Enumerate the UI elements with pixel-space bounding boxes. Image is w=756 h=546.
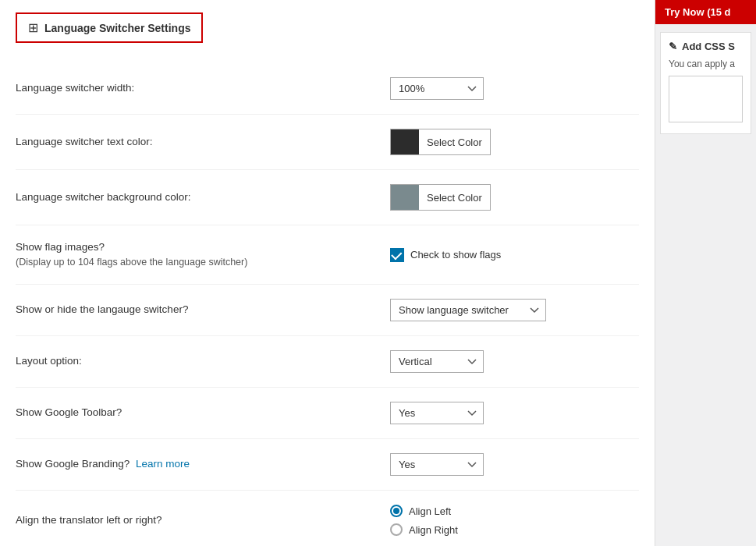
text-color-label: Select Color: [419, 136, 490, 148]
setting-row-width: Language switcher width: 100% 50% 75% Au…: [16, 63, 639, 115]
align-radio-group: Align Left Align Right: [390, 505, 458, 536]
align-left-label: Align Left: [409, 505, 451, 517]
css-textarea[interactable]: [669, 76, 743, 122]
setting-control-align: Align Left Align Right: [390, 505, 639, 536]
setting-control-show-hide: Show language switcher Hide language swi…: [390, 299, 639, 321]
bg-color-swatch: [391, 185, 419, 210]
align-right-radio[interactable]: [390, 523, 403, 536]
setting-row-text-color: Language switcher text color: Select Col…: [16, 115, 639, 170]
setting-row-show-flags: Show flag images? (Display up to 104 fla…: [16, 225, 639, 285]
bg-color-picker[interactable]: Select Color: [390, 184, 491, 211]
text-color-picker[interactable]: Select Color: [390, 129, 491, 155]
google-branding-dropdown[interactable]: Yes No: [390, 453, 484, 476]
setting-label-show-flags: Show flag images? (Display up to 104 fla…: [16, 239, 390, 270]
settings-body: Language switcher width: 100% 50% 75% Au…: [0, 55, 655, 546]
setting-control-bg-color: Select Color: [390, 184, 639, 211]
setting-label-bg-color: Language switcher background color:: [16, 190, 390, 205]
learn-more-link[interactable]: Learn more: [136, 458, 190, 470]
setting-control-show-flags: Check to show flags: [390, 248, 639, 262]
setting-label-text-color: Language switcher text color:: [16, 134, 390, 150]
show-hide-dropdown[interactable]: Show language switcher Hide language swi…: [390, 299, 546, 321]
width-dropdown[interactable]: 100% 50% 75% Auto: [390, 77, 484, 100]
right-sidebar: Try Now (15 d ✎ Add CSS S You can apply …: [655, 0, 756, 546]
setting-row-google-toolbar: Show Google Toolbar? Yes No: [16, 388, 639, 439]
text-color-swatch: [391, 129, 419, 154]
edit-icon: ✎: [669, 41, 677, 52]
try-now-button[interactable]: Try Now (15 d: [655, 0, 756, 24]
align-right-label: Align Right: [409, 524, 458, 536]
settings-header: ⊞ Language Switcher Settings: [16, 12, 203, 43]
align-left-option[interactable]: Align Left: [390, 505, 458, 517]
show-flags-label: Check to show flags: [410, 249, 501, 261]
setting-label-width: Language switcher width:: [16, 80, 390, 96]
setting-label-align: Align the translator left or right?: [16, 512, 390, 528]
setting-label-show-hide: Show or hide the langauge switcher?: [16, 302, 390, 317]
setting-control-google-branding: Yes No: [390, 453, 639, 476]
google-toolbar-dropdown[interactable]: Yes No: [390, 402, 484, 424]
layout-dropdown[interactable]: Vertical Horizontal: [390, 350, 484, 373]
setting-row-google-branding: Show Google Branding? Learn more Yes No: [16, 439, 639, 491]
setting-row-show-hide: Show or hide the langauge switcher? Show…: [16, 285, 639, 336]
css-section: ✎ Add CSS S You can apply a: [660, 32, 751, 134]
setting-row-layout: Layout option: Vertical Horizontal: [16, 336, 639, 388]
show-flags-checkbox-container: Check to show flags: [390, 248, 501, 262]
css-section-text: You can apply a: [669, 58, 743, 69]
setting-label-layout: Layout option:: [16, 353, 390, 369]
setting-control-google-toolbar: Yes No: [390, 402, 639, 424]
settings-icon: ⊞: [28, 20, 38, 35]
css-section-title: ✎ Add CSS S: [669, 41, 743, 52]
setting-control-text-color: Select Color: [390, 129, 639, 155]
align-left-radio[interactable]: [390, 505, 403, 517]
settings-title: Language Switcher Settings: [44, 22, 190, 34]
show-flags-checkbox[interactable]: [390, 248, 404, 262]
bg-color-label: Select Color: [419, 192, 490, 204]
align-right-option[interactable]: Align Right: [390, 523, 458, 536]
setting-row-bg-color: Language switcher background color: Sele…: [16, 170, 639, 225]
setting-control-layout: Vertical Horizontal: [390, 350, 639, 373]
setting-label-google-branding: Show Google Branding? Learn more: [16, 456, 390, 472]
setting-row-align: Align the translator left or right? Alig…: [16, 491, 639, 546]
setting-control-width: 100% 50% 75% Auto: [390, 77, 639, 100]
setting-label-google-toolbar: Show Google Toolbar?: [16, 405, 390, 420]
main-content: ⊞ Language Switcher Settings Language sw…: [0, 0, 655, 546]
